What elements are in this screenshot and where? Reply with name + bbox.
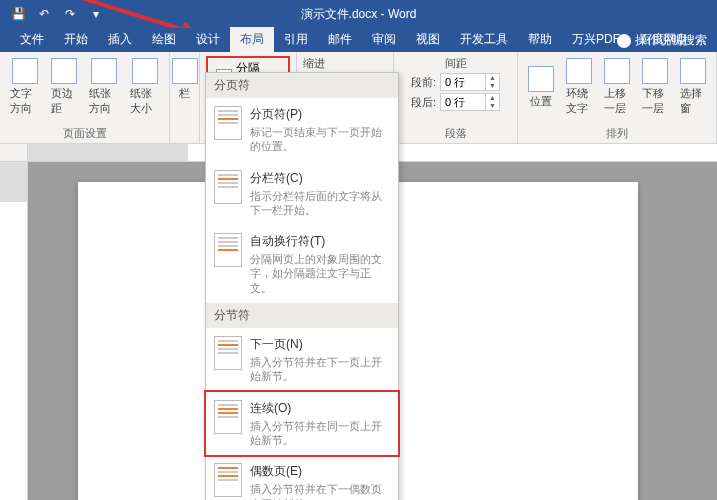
undo-button[interactable]: ↶ — [34, 4, 54, 24]
tab-developer[interactable]: 开发工具 — [450, 27, 518, 52]
tab-design[interactable]: 设计 — [186, 27, 230, 52]
backward-label: 下移一层 — [642, 86, 668, 116]
tab-home[interactable]: 开始 — [54, 27, 98, 52]
tell-me-search[interactable]: 操作说明搜索 — [617, 32, 707, 49]
spacing-after-field[interactable] — [441, 96, 485, 108]
spacing-before-label: 段前: — [411, 75, 436, 90]
tab-view[interactable]: 视图 — [406, 27, 450, 52]
position-button[interactable]: 位置 — [524, 56, 558, 118]
bring-forward-icon — [604, 58, 630, 84]
page-break-icon — [214, 106, 242, 140]
lightbulb-icon — [617, 34, 631, 48]
next-page-desc: 插入分节符并在下一页上开始新节。 — [250, 355, 390, 384]
ribbon-tabs: 文件 开始 插入 绘图 设计 布局 引用 邮件 审阅 视图 开发工具 帮助 万兴… — [0, 28, 717, 52]
section-breaks-header: 分节符 — [206, 303, 398, 328]
breaks-dropdown: 分页符 分页符(P)标记一页结束与下一页开始的位置。 分栏符(C)指示分栏符后面… — [205, 72, 399, 500]
document-title: 演示文件.docx - Word — [301, 6, 417, 23]
columns-label: 栏 — [179, 86, 190, 101]
ruler-corner — [0, 144, 28, 161]
qat-more-button[interactable]: ▾ — [86, 4, 106, 24]
selection-pane-icon — [680, 58, 706, 84]
column-break-title: 分栏符(C) — [250, 170, 390, 187]
page-break-desc: 标记一页结束与下一页开始的位置。 — [250, 125, 390, 154]
even-page-desc: 插入分节符并在下一偶数页上开始新节。 — [250, 482, 390, 500]
spacing-before-field[interactable] — [441, 76, 485, 88]
tab-file[interactable]: 文件 — [10, 27, 54, 52]
even-page-icon — [214, 463, 242, 497]
wrap-label: 环绕文字 — [566, 86, 592, 116]
selection-pane-button[interactable]: 选择窗 — [676, 56, 710, 118]
page-setup-group: 文字方向 页边距 纸张方向 纸张大小 页面设置 — [0, 52, 170, 143]
spinner-buttons[interactable]: ▲▼ — [485, 74, 499, 90]
tab-mailings[interactable]: 邮件 — [318, 27, 362, 52]
column-break-icon — [214, 170, 242, 204]
select-label: 选择窗 — [680, 86, 706, 116]
page-breaks-header: 分页符 — [206, 73, 398, 98]
bring-forward-button[interactable]: 上移一层 — [600, 56, 634, 118]
tab-draw[interactable]: 绘图 — [142, 27, 186, 52]
text-wrapping-break-title: 自动换行符(T) — [250, 233, 390, 250]
spacing-after-input[interactable]: ▲▼ — [440, 93, 500, 111]
text-direction-icon — [12, 58, 38, 84]
paragraph-group-label: 段落 — [445, 126, 467, 141]
position-icon — [528, 66, 554, 92]
send-backward-icon — [642, 58, 668, 84]
columns-button[interactable]: 栏 — [168, 56, 202, 103]
tab-layout[interactable]: 布局 — [230, 27, 274, 52]
send-backward-button[interactable]: 下移一层 — [638, 56, 672, 118]
forward-label: 上移一层 — [604, 86, 630, 116]
even-page-title: 偶数页(E) — [250, 463, 390, 480]
spacing-after-label: 段后: — [411, 95, 436, 110]
arrange-group: 位置 环绕文字 上移一层 下移一层 选择窗 排列 — [518, 52, 717, 143]
margins-label: 页边距 — [51, 86, 77, 116]
next-page-icon — [214, 336, 242, 370]
text-wrapping-break-icon — [214, 233, 242, 267]
next-page-break-item[interactable]: 下一页(N)插入分节符并在下一页上开始新节。 — [206, 328, 398, 392]
orientation-icon — [91, 58, 117, 84]
margins-button[interactable]: 页边距 — [47, 56, 81, 118]
tell-me-label: 操作说明搜索 — [635, 32, 707, 49]
text-direction-button[interactable]: 文字方向 — [6, 56, 43, 118]
page-break-item[interactable]: 分页符(P)标记一页结束与下一页开始的位置。 — [206, 98, 398, 162]
columns-group: 栏 — [170, 52, 200, 143]
tab-review[interactable]: 审阅 — [362, 27, 406, 52]
position-label: 位置 — [530, 94, 552, 109]
quick-access-toolbar: 💾 ↶ ↷ ▾ — [0, 4, 106, 24]
continuous-title: 连续(O) — [250, 400, 390, 417]
spinner-buttons[interactable]: ▲▼ — [485, 94, 499, 110]
vertical-ruler[interactable] — [0, 162, 28, 500]
wrap-text-icon — [566, 58, 592, 84]
tab-references[interactable]: 引用 — [274, 27, 318, 52]
size-button[interactable]: 纸张大小 — [126, 56, 163, 118]
arrange-group-label: 排列 — [606, 126, 628, 141]
margins-icon — [51, 58, 77, 84]
column-break-item[interactable]: 分栏符(C)指示分栏符后面的文字将从下一栏开始。 — [206, 162, 398, 226]
continuous-icon — [214, 400, 242, 434]
columns-icon — [172, 58, 198, 84]
page-size-icon — [132, 58, 158, 84]
continuous-desc: 插入分节符并在同一页上开始新节。 — [250, 419, 390, 448]
redo-button[interactable]: ↷ — [60, 4, 80, 24]
spacing-heading: 间距 — [445, 56, 467, 71]
page-setup-group-label: 页面设置 — [63, 126, 107, 141]
page-break-title: 分页符(P) — [250, 106, 390, 123]
wrap-text-button[interactable]: 环绕文字 — [562, 56, 596, 118]
orientation-label: 纸张方向 — [89, 86, 118, 116]
text-wrapping-break-item[interactable]: 自动换行符(T)分隔网页上的对象周围的文字，如分隔题注文字与正文。 — [206, 225, 398, 303]
spacing-before-input[interactable]: ▲▼ — [440, 73, 500, 91]
save-button[interactable]: 💾 — [8, 4, 28, 24]
tab-insert[interactable]: 插入 — [98, 27, 142, 52]
column-break-desc: 指示分栏符后面的文字将从下一栏开始。 — [250, 189, 390, 218]
tab-help[interactable]: 帮助 — [518, 27, 562, 52]
spacing-group: 间距 段前: ▲▼ 段后: ▲▼ 段落 — [394, 52, 518, 143]
size-label: 纸张大小 — [130, 86, 159, 116]
title-bar: 💾 ↶ ↷ ▾ 演示文件.docx - Word — [0, 0, 717, 28]
text-wrapping-break-desc: 分隔网页上的对象周围的文字，如分隔题注文字与正文。 — [250, 252, 390, 295]
even-page-break-item[interactable]: 偶数页(E)插入分节符并在下一偶数页上开始新节。 — [206, 455, 398, 500]
continuous-break-item[interactable]: 连续(O)插入分节符并在同一页上开始新节。 — [204, 390, 400, 458]
next-page-title: 下一页(N) — [250, 336, 390, 353]
indent-heading: 缩进 — [303, 56, 325, 71]
orientation-button[interactable]: 纸张方向 — [85, 56, 122, 118]
text-direction-label: 文字方向 — [10, 86, 39, 116]
